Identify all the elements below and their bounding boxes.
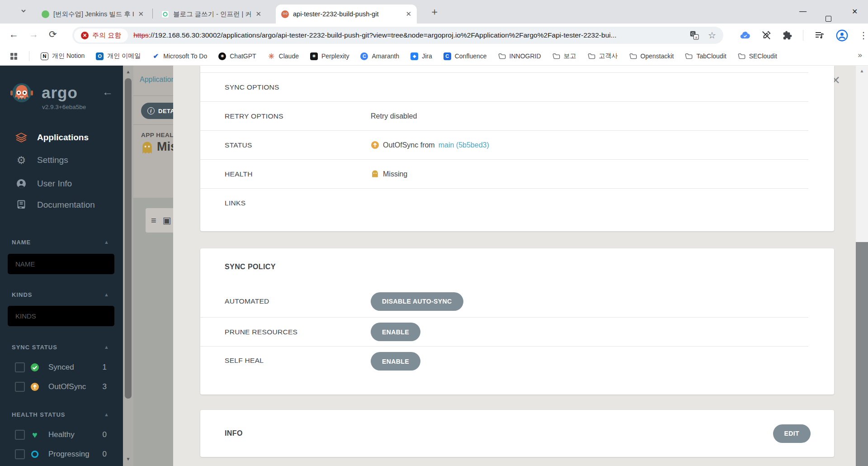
scrollbar-thumb[interactable]	[856, 242, 868, 466]
filter-label[interactable]: OutOfSync	[48, 382, 86, 391]
gear-icon: ⚙	[15, 154, 27, 166]
scroll-down-icon[interactable]: ▼	[123, 456, 133, 461]
kebab-menu-icon[interactable]: ⋮	[859, 30, 868, 41]
row-value: Retry disabled	[371, 112, 417, 120]
filter-count: 1	[96, 363, 107, 372]
bookmark-folder-tabcloudit[interactable]: TabCloudit	[685, 52, 726, 60]
sync-status-collapse-icon[interactable]: ▲	[104, 344, 109, 350]
notion-icon: N	[41, 52, 48, 60]
translate-icon[interactable]: Ga	[690, 31, 699, 40]
name-collapse-icon[interactable]: ▲	[104, 239, 109, 245]
tab-close-icon[interactable]: ✕	[138, 10, 144, 18]
bookmark-folder-customers[interactable]: 고객사	[588, 52, 618, 60]
scrollbar-thumb[interactable]	[125, 78, 132, 399]
breadcrumb[interactable]: Application	[140, 76, 173, 84]
enable-self-heal-button[interactable]: ENABLE	[371, 352, 420, 371]
filter-count: 3	[96, 382, 107, 391]
url-text[interactable]: https://192.168.56.30:30002/applications…	[133, 31, 683, 39]
tab-argocd-active[interactable]: api-tester-2232-build-push-git ✕	[276, 5, 417, 24]
bookmark-ms-todo[interactable]: ✔ Microsoft To Do	[152, 52, 207, 60]
bookmark-claude[interactable]: ✳ Claude	[268, 52, 299, 60]
bookmark-amaranth[interactable]: C Amaranth	[360, 52, 399, 60]
edit-info-button[interactable]: EDIT	[773, 424, 811, 443]
bookmark-confluence[interactable]: C Confluence	[443, 52, 487, 60]
bookmarks-overflow-icon[interactable]: »	[858, 51, 862, 60]
name-filter-input[interactable]	[8, 254, 114, 274]
disable-auto-sync-button[interactable]: DISABLE AUTO-SYNC	[371, 292, 463, 311]
reload-icon[interactable]: ⟳	[49, 29, 57, 40]
bookmark-label: Amaranth	[372, 52, 399, 60]
media-queue-icon[interactable]	[814, 30, 825, 41]
bookmark-label: Jira	[422, 52, 432, 60]
bookmark-folder-secloudit[interactable]: SECloudit	[738, 52, 777, 60]
tab-blog-write[interactable]: 블로그 글쓰기 - 인프런 | 커뮤 ✕	[156, 5, 267, 24]
enable-prune-button[interactable]: ENABLE	[371, 323, 420, 341]
synced-checkbox[interactable]	[15, 362, 25, 372]
pen-disabled-icon[interactable]	[761, 30, 771, 40]
perplexity-icon: ✳	[310, 52, 318, 60]
outlook-icon: O	[96, 52, 104, 60]
outofsync-checkbox[interactable]	[15, 382, 25, 392]
sidebar-item-settings[interactable]: ⚙ Settings	[0, 150, 123, 171]
crop-view-icon[interactable]: ▣	[163, 215, 171, 226]
claude-icon: ✳	[268, 52, 275, 60]
chatgpt-icon: ✳	[218, 52, 226, 60]
bookmark-jira[interactable]: ◆ Jira	[410, 52, 432, 60]
window-close-button[interactable]: ✕	[852, 7, 858, 16]
kinds-collapse-icon[interactable]: ▲	[104, 292, 109, 297]
bookmark-star-icon[interactable]: ☆	[708, 30, 716, 41]
page-content: argo v2.9.3+6eba5be ← Applications ⚙ Set…	[0, 66, 868, 466]
tab-close-icon[interactable]: ✕	[406, 10, 411, 18]
chevron-down-icon[interactable]	[20, 7, 27, 14]
tab-title: [번외수업] Jenkins 빌드 후 Ima	[53, 10, 134, 19]
scroll-up-icon[interactable]: ▲	[123, 69, 133, 74]
bookmark-folder-report[interactable]: 보고	[552, 52, 576, 60]
health-status-collapse-icon[interactable]: ▲	[104, 412, 109, 417]
bookmark-email[interactable]: O 개인 이메일	[96, 52, 141, 60]
argo-sidebar: argo v2.9.3+6eba5be ← Applications ⚙ Set…	[0, 66, 123, 466]
page-scrollbar[interactable]: ▲ ▼	[123, 66, 133, 466]
window-minimize-button[interactable]: —	[799, 7, 807, 15]
details-button[interactable]: i DETA	[141, 103, 173, 119]
revision-link[interactable]: main (5b5bed3)	[439, 141, 489, 149]
healthy-checkbox[interactable]	[15, 430, 25, 440]
bookmark-folder-openstackit[interactable]: Openstackit	[629, 52, 674, 60]
apps-grid-icon[interactable]	[10, 52, 18, 60]
links-row: LINKS	[200, 189, 808, 218]
cloud-sync-icon[interactable]	[740, 30, 750, 41]
filter-count: 0	[96, 430, 107, 439]
sidebar-item-user-info[interactable]: User Info	[0, 173, 123, 194]
folder-icon	[629, 52, 637, 60]
filter-label[interactable]: Progressing	[48, 450, 90, 459]
profile-avatar[interactable]	[836, 29, 848, 42]
amaranth-icon: C	[360, 52, 368, 60]
filter-row-outofsync: OutOfSync 3	[0, 380, 123, 394]
bookmark-chatgpt[interactable]: ✳ ChatGPT	[218, 52, 256, 60]
address-bar[interactable]: ✕ 주의 요함 https://192.168.56.30:30002/appl…	[72, 27, 723, 44]
sidebar-item-applications[interactable]: Applications	[0, 127, 123, 148]
sync-status-section-label: SYNC STATUS	[12, 344, 57, 351]
extensions-puzzle-icon[interactable]	[782, 30, 792, 40]
bookmark-folder-innogrid[interactable]: INNOGRID	[498, 52, 541, 60]
security-warning-chip[interactable]: ✕ 주의 요함	[74, 29, 128, 43]
filter-label[interactable]: Synced	[48, 363, 74, 372]
tab-jenkins-course[interactable]: [번외수업] Jenkins 빌드 후 Ima ✕	[36, 5, 149, 24]
bookmark-label: Perplexity	[321, 52, 349, 60]
new-tab-button[interactable]: ＋	[429, 5, 439, 19]
automated-row: AUTOMATED DISABLE AUTO-SYNC	[200, 285, 808, 318]
bookmark-notion[interactable]: N 개인 Notion	[41, 52, 85, 60]
forward-icon[interactable]: →	[29, 29, 38, 40]
kinds-filter-input[interactable]	[8, 306, 114, 326]
filter-label[interactable]: Healthy	[48, 430, 75, 439]
back-icon[interactable]: ←	[9, 29, 19, 40]
todo-check-icon: ✔	[152, 52, 160, 60]
scroll-up-icon[interactable]: ▲	[856, 68, 868, 73]
sidebar-item-label: Settings	[37, 155, 68, 165]
progressing-checkbox[interactable]	[15, 449, 25, 459]
tab-close-icon[interactable]: ✕	[255, 10, 261, 18]
bookmark-perplexity[interactable]: ✳ Perplexity	[310, 52, 349, 60]
window-scrollbar[interactable]: ▲	[856, 66, 868, 466]
list-view-icon[interactable]: ≡	[151, 215, 156, 226]
sidebar-collapse-icon[interactable]: ←	[102, 86, 113, 98]
sidebar-item-documentation[interactable]: Documentation	[0, 195, 123, 215]
